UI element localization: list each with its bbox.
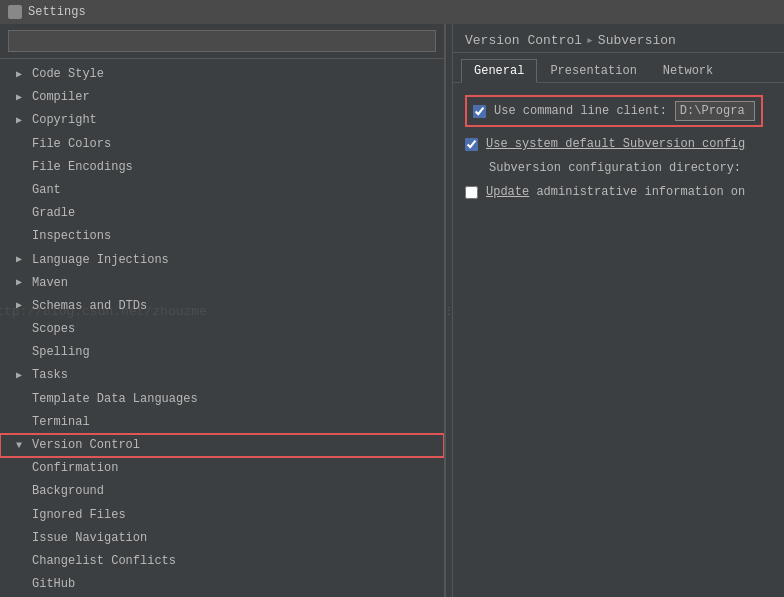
- sidebar-item-label-schemas-and-dtds: Schemas and DTDs: [32, 297, 147, 316]
- sidebar-item-compiler[interactable]: ▶Compiler: [0, 86, 444, 109]
- sidebar-item-label-issue-navigation: Issue Navigation: [32, 529, 147, 548]
- sidebar-item-label-gant: Gant: [32, 181, 61, 200]
- use-system-default-label: Use system default Subversion config: [486, 137, 745, 151]
- version-control-arrow-icon: ▼: [16, 438, 28, 454]
- sidebar-item-inspections[interactable]: Inspections: [0, 225, 444, 248]
- use-cmd-client-row: Use command line client: D:\Progra: [465, 95, 763, 127]
- breadcrumb: Version Control ▸ Subversion: [465, 32, 772, 48]
- sidebar-item-label-github: GitHub: [32, 575, 75, 594]
- sidebar-item-label-compiler: Compiler: [32, 88, 90, 107]
- title-bar: Settings: [0, 0, 784, 24]
- right-header: Version Control ▸ Subversion: [453, 24, 784, 53]
- sidebar-item-language-injections[interactable]: ▶Language Injections: [0, 249, 444, 272]
- sidebar-item-ignored-files[interactable]: Ignored Files: [0, 504, 444, 527]
- sidebar-item-label-changelist-conflicts: Changelist Conflicts: [32, 552, 176, 571]
- sidebar-item-schemas-and-dtds[interactable]: ▶Schemas and DTDs: [0, 295, 444, 318]
- sidebar-item-code-style[interactable]: ▶Code Style: [0, 63, 444, 86]
- code-style-arrow-icon: ▶: [16, 67, 28, 83]
- sidebar-item-label-language-injections: Language Injections: [32, 251, 169, 270]
- sidebar-item-label-template-data-languages: Template Data Languages: [32, 390, 198, 409]
- cmd-client-value[interactable]: D:\Progra: [675, 101, 755, 121]
- sidebar-item-tasks[interactable]: ▶Tasks: [0, 364, 444, 387]
- content-area: Use command line client: D:\Progra Use s…: [453, 83, 784, 597]
- sidebar-item-file-colors[interactable]: File Colors: [0, 133, 444, 156]
- sidebar-item-version-control[interactable]: ▼Version Control: [0, 434, 444, 457]
- sidebar-item-label-background: Background: [32, 482, 104, 501]
- sidebar-item-label-file-colors: File Colors: [32, 135, 111, 154]
- update-text: Update: [486, 185, 529, 199]
- sidebar-item-label-version-control: Version Control: [32, 436, 140, 455]
- right-panel: Version Control ▸ Subversion GeneralPres…: [453, 24, 784, 597]
- nav-tree: ▶Code Style▶Compiler▶CopyrightFile Color…: [0, 59, 444, 597]
- sidebar-item-gradle[interactable]: Gradle: [0, 202, 444, 225]
- sidebar-item-scopes[interactable]: Scopes: [0, 318, 444, 341]
- breadcrumb-separator: ▸: [586, 32, 594, 48]
- sidebar-item-label-code-style: Code Style: [32, 65, 104, 84]
- window-title: Settings: [28, 5, 86, 19]
- sidebar-item-github[interactable]: GitHub: [0, 573, 444, 596]
- subversion-config-dir-label: Subversion configuration directory:: [489, 161, 741, 175]
- sidebar-item-copyright[interactable]: ▶Copyright: [0, 109, 444, 132]
- language-injections-arrow-icon: ▶: [16, 252, 28, 268]
- sidebar-item-terminal[interactable]: Terminal: [0, 411, 444, 434]
- search-bar: [0, 24, 444, 59]
- sidebar-item-gant[interactable]: Gant: [0, 179, 444, 202]
- tab-general[interactable]: General: [461, 59, 537, 83]
- use-system-default-text: Use system default Subversion config: [486, 137, 745, 151]
- update-admin-row: Update administrative information on: [465, 185, 772, 199]
- settings-icon: [8, 5, 22, 19]
- sidebar-item-label-maven: Maven: [32, 274, 68, 293]
- search-input[interactable]: [8, 30, 436, 52]
- compiler-arrow-icon: ▶: [16, 90, 28, 106]
- copyright-arrow-icon: ▶: [16, 113, 28, 129]
- panel-divider[interactable]: ⋮: [445, 24, 453, 597]
- admin-rest-text: administrative information on: [536, 185, 745, 199]
- subversion-config-dir-row: Subversion configuration directory:: [465, 161, 772, 175]
- tab-presentation[interactable]: Presentation: [537, 59, 649, 82]
- left-panel: http://blog.csdn.net/zhouzme ▶Code Style…: [0, 24, 445, 597]
- sidebar-item-label-copyright: Copyright: [32, 111, 97, 130]
- sidebar-item-label-confirmation: Confirmation: [32, 459, 118, 478]
- sidebar-item-label-spelling: Spelling: [32, 343, 90, 362]
- update-admin-checkbox[interactable]: [465, 186, 478, 199]
- sidebar-item-file-encodings[interactable]: File Encodings: [0, 156, 444, 179]
- sidebar-item-confirmation[interactable]: Confirmation: [0, 457, 444, 480]
- use-cmd-client-label: Use command line client:: [494, 104, 667, 118]
- update-admin-label: Update administrative information on: [486, 185, 745, 199]
- breadcrumb-part2: Subversion: [598, 33, 676, 48]
- sidebar-item-label-scopes: Scopes: [32, 320, 75, 339]
- sidebar-item-label-inspections: Inspections: [32, 227, 111, 246]
- maven-arrow-icon: ▶: [16, 275, 28, 291]
- sidebar-item-changelist-conflicts[interactable]: Changelist Conflicts: [0, 550, 444, 573]
- sidebar-item-issue-navigation[interactable]: Issue Navigation: [0, 527, 444, 550]
- main-container: http://blog.csdn.net/zhouzme ▶Code Style…: [0, 24, 784, 597]
- sidebar-item-label-terminal: Terminal: [32, 413, 90, 432]
- sidebar-item-background[interactable]: Background: [0, 480, 444, 503]
- sidebar-item-spelling[interactable]: Spelling: [0, 341, 444, 364]
- use-system-default-checkbox[interactable]: [465, 138, 478, 151]
- sidebar-item-label-file-encodings: File Encodings: [32, 158, 133, 177]
- sidebar-item-label-gradle: Gradle: [32, 204, 75, 223]
- tab-network[interactable]: Network: [650, 59, 726, 82]
- use-system-default-row: Use system default Subversion config: [465, 137, 772, 151]
- sidebar-item-label-tasks: Tasks: [32, 366, 68, 385]
- tabs-bar: GeneralPresentationNetwork: [453, 53, 784, 83]
- schemas-and-dtds-arrow-icon: ▶: [16, 298, 28, 314]
- sidebar-item-template-data-languages[interactable]: Template Data Languages: [0, 388, 444, 411]
- sidebar-item-maven[interactable]: ▶Maven: [0, 272, 444, 295]
- tasks-arrow-icon: ▶: [16, 368, 28, 384]
- sidebar-item-label-ignored-files: Ignored Files: [32, 506, 126, 525]
- breadcrumb-part1: Version Control: [465, 33, 582, 48]
- use-cmd-client-checkbox[interactable]: [473, 105, 486, 118]
